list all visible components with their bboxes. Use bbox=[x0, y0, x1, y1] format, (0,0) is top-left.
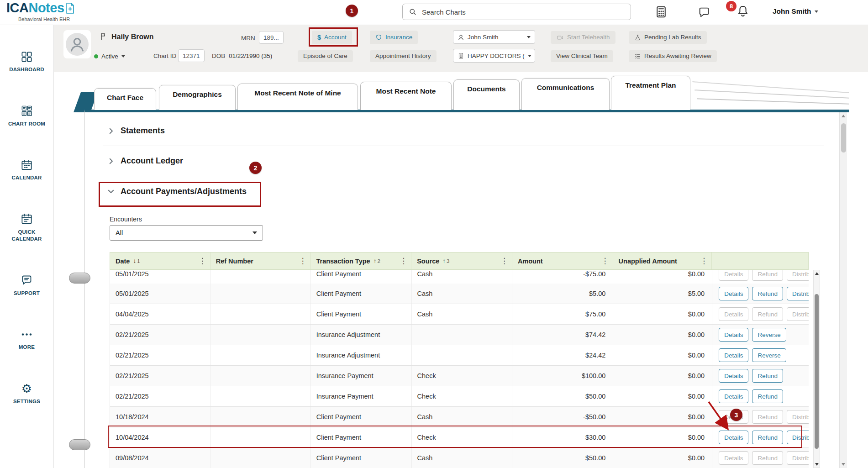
tab-documents[interactable]: Documents bbox=[453, 79, 520, 110]
encounters-select[interactable]: All bbox=[110, 225, 263, 241]
refund-button[interactable]: Refund bbox=[752, 287, 783, 300]
details-button[interactable]: Details bbox=[719, 451, 748, 465]
details-button[interactable]: Details bbox=[719, 389, 748, 403]
dob-value: 01/22/1990 (35) bbox=[229, 53, 272, 59]
account-button[interactable]: $ Account bbox=[312, 31, 352, 44]
cell-ref-number bbox=[210, 366, 311, 386]
reverse-button[interactable]: Reverse bbox=[752, 328, 786, 342]
table-scrollbar[interactable] bbox=[813, 270, 820, 468]
distribu-button[interactable]: Distribu bbox=[787, 307, 809, 321]
user-menu[interactable]: John Smith bbox=[773, 7, 818, 16]
distribu-button[interactable]: Distribu bbox=[787, 287, 809, 300]
cell-transaction-type: Insurance Adjustment bbox=[311, 325, 412, 345]
logo-tagline: Behavioral Health EHR bbox=[18, 16, 70, 22]
cell-amount: $30.00 bbox=[512, 427, 613, 447]
sidebar-item-calendar[interactable]: CALENDAR bbox=[0, 158, 53, 182]
appointment-history-button[interactable]: Appointment History bbox=[370, 50, 437, 62]
column-menu-icon[interactable]: ⋮ bbox=[399, 257, 408, 265]
refund-button[interactable]: Refund bbox=[752, 270, 783, 281]
column-header-transaction-type[interactable]: Transaction Type↑2⋮ bbox=[310, 252, 411, 269]
column-menu-icon[interactable]: ⋮ bbox=[500, 257, 509, 265]
messages-icon[interactable] bbox=[697, 6, 711, 19]
episode-of-care-button[interactable]: Episode of Care bbox=[298, 50, 353, 62]
refund-button[interactable]: Refund bbox=[752, 307, 783, 321]
scroll-down-arrow-icon[interactable] bbox=[815, 463, 819, 466]
results-awaiting-review-button[interactable]: Results Awaiting Review bbox=[629, 50, 717, 62]
tab-most-recent-note-of-mine[interactable]: Most Recent Note of Mine bbox=[237, 84, 358, 110]
sidebar-item-support[interactable]: SUPPORT bbox=[0, 274, 53, 297]
column-header-unapplied-amount[interactable]: Unapplied Amount⋮ bbox=[613, 252, 712, 269]
details-button[interactable]: Details bbox=[719, 307, 748, 321]
tab-demographics[interactable]: Demographics bbox=[159, 85, 236, 110]
chart-room-icon bbox=[21, 105, 33, 117]
details-button[interactable]: Details bbox=[719, 369, 748, 383]
refund-button[interactable]: Refund bbox=[752, 410, 783, 424]
sidebar-nav: DASHBOARDCHART ROOMCALENDARQUICK CALENDA… bbox=[0, 25, 54, 468]
view-clinical-team-button[interactable]: View Clinical Team bbox=[551, 50, 613, 62]
provider-select[interactable]: John Smith bbox=[453, 30, 535, 44]
icanotes-logo[interactable]: ICANotes bbox=[6, 1, 75, 16]
distribu-button[interactable]: Distribu bbox=[787, 431, 809, 444]
section-account-ledger[interactable]: Account Ledger bbox=[103, 146, 824, 176]
scroll-down-arrow-icon[interactable] bbox=[842, 463, 845, 466]
distribu-button[interactable]: Distribu bbox=[787, 410, 809, 424]
search-input[interactable] bbox=[422, 8, 625, 16]
flag-icon[interactable] bbox=[100, 32, 108, 41]
distribu-button[interactable]: Distribu bbox=[787, 270, 809, 281]
start-telehealth-button[interactable]: Start Telehealth bbox=[551, 31, 615, 44]
table-row-clipped: 05/01/2025Client PaymentCash-$75.00$0.00… bbox=[110, 270, 809, 284]
details-button[interactable]: Details bbox=[719, 348, 748, 362]
column-menu-icon[interactable]: ⋮ bbox=[298, 257, 307, 265]
tab-treatment-plan[interactable]: Treatment Plan bbox=[611, 76, 690, 110]
column-menu-icon[interactable]: ⋮ bbox=[600, 257, 610, 265]
table-row: 02/21/2025Insurance Adjustment$74.42$0.0… bbox=[110, 325, 809, 345]
refund-button[interactable]: Refund bbox=[752, 431, 783, 444]
section-statements[interactable]: Statements bbox=[103, 116, 824, 146]
cell-transaction-type: Client Payment bbox=[311, 407, 412, 427]
pending-lab-results-button[interactable]: Pending Lab Results bbox=[629, 31, 707, 44]
tab-chart-face[interactable]: Chart Face bbox=[94, 88, 156, 110]
cell-source: Check bbox=[412, 386, 513, 406]
refund-button[interactable]: Refund bbox=[752, 389, 783, 403]
cell-transaction-type: Client Payment bbox=[311, 427, 412, 447]
cell-transaction-type: Client Payment bbox=[311, 304, 412, 324]
cell-amount: $50.00 bbox=[512, 386, 613, 406]
column-header-date[interactable]: Date↓1⋮ bbox=[110, 252, 210, 269]
details-button[interactable]: Details bbox=[719, 287, 748, 300]
column-menu-icon[interactable]: ⋮ bbox=[699, 257, 709, 265]
sidebar-item-more[interactable]: MORE bbox=[0, 328, 53, 351]
reverse-button[interactable]: Reverse bbox=[752, 348, 786, 362]
row-actions: DetailsRefundDistribu bbox=[712, 304, 809, 324]
refund-button[interactable]: Refund bbox=[752, 369, 783, 383]
insurance-button[interactable]: Insurance bbox=[370, 31, 418, 44]
sidebar-item-settings[interactable]: ⚙SETTINGS bbox=[0, 382, 53, 405]
column-header-source[interactable]: Source↑3⋮ bbox=[411, 252, 512, 269]
sidebar-item-quick-calendar[interactable]: QUICK CALENDAR bbox=[0, 213, 53, 243]
column-header-ref-number[interactable]: Ref Number⋮ bbox=[210, 252, 311, 269]
tab-communications[interactable]: Communications bbox=[521, 78, 610, 110]
tab-most-recent-note[interactable]: Most Recent Note bbox=[360, 82, 452, 110]
column-menu-icon[interactable]: ⋮ bbox=[198, 257, 207, 265]
panel-scrollbar[interactable] bbox=[839, 112, 847, 468]
patient-avatar bbox=[63, 30, 91, 58]
scrollbar-thumb[interactable] bbox=[841, 123, 846, 152]
section-account-payments-adjustments[interactable]: Account Payments/Adjustments bbox=[103, 176, 824, 206]
column-header-amount[interactable]: Amount⋮ bbox=[512, 252, 613, 269]
calculator-icon[interactable] bbox=[654, 5, 668, 19]
notifications-bell-icon[interactable] bbox=[736, 4, 750, 19]
practice-select[interactable]: HAPPY DOCTORS ( bbox=[453, 49, 535, 63]
table-row: 05/01/2025Client PaymentCash$5.00$5.00De… bbox=[110, 284, 809, 304]
scroll-up-arrow-icon[interactable] bbox=[815, 272, 819, 275]
refund-button[interactable]: Refund bbox=[752, 451, 783, 465]
sidebar-item-chart-room[interactable]: CHART ROOM bbox=[0, 105, 53, 128]
patient-status-dropdown[interactable]: Active bbox=[94, 51, 125, 62]
details-button[interactable]: Details bbox=[719, 431, 748, 444]
details-button[interactable]: Details bbox=[719, 270, 748, 281]
row-actions: DetailsRefundDistribu bbox=[712, 284, 809, 304]
sidebar-item-dashboard[interactable]: DASHBOARD bbox=[0, 50, 53, 74]
distribu-button[interactable]: Distribu bbox=[787, 451, 809, 465]
details-button[interactable]: Details bbox=[719, 328, 748, 342]
scroll-up-arrow-icon[interactable] bbox=[842, 115, 845, 117]
sidebar-item-label: QUICK CALENDAR bbox=[6, 229, 48, 243]
scrollbar-thumb[interactable] bbox=[815, 294, 819, 449]
